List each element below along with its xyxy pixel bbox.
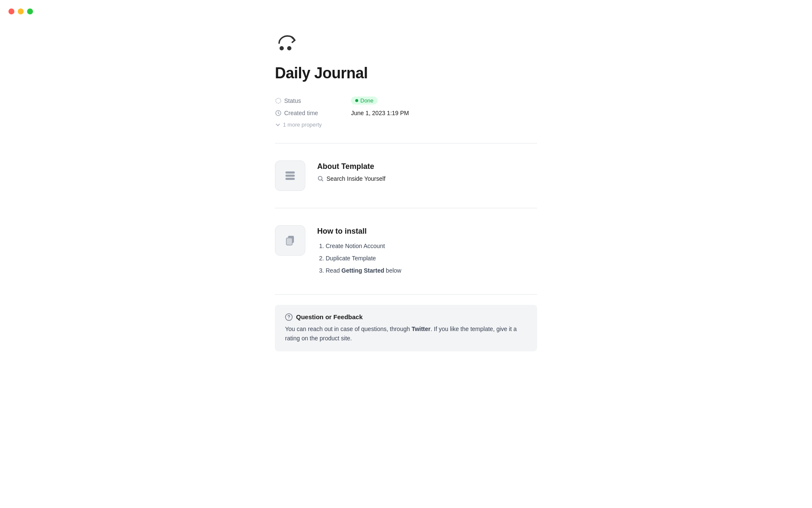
clock-icon — [275, 110, 282, 116]
question-icon — [285, 313, 293, 321]
getting-started-bold: Getting Started — [341, 267, 384, 274]
svg-rect-4 — [285, 171, 295, 174]
svg-point-2 — [276, 98, 281, 103]
created-time-property-row: Created time June 1, 2023 1:19 PM — [275, 107, 537, 119]
page-title: Daily Journal — [275, 64, 537, 82]
twitter-link[interactable]: Twitter — [411, 326, 431, 332]
properties: Status Done Created time June 1, 2023 1:… — [275, 94, 537, 130]
rotate-icon — [275, 34, 537, 56]
how-to-install-content: How to install Create Notion Account Dup… — [317, 225, 537, 277]
traffic-lights — [8, 8, 33, 14]
layers-icon — [283, 168, 298, 183]
status-dot — [355, 99, 358, 102]
copy-icon — [283, 233, 298, 248]
svg-point-1 — [287, 46, 291, 50]
status-label: Status — [275, 97, 351, 104]
chevron-down-icon — [275, 122, 281, 128]
divider-1 — [275, 143, 537, 144]
svg-rect-9 — [286, 238, 292, 245]
divider-3 — [275, 294, 537, 295]
status-badge: Done — [351, 97, 378, 105]
status-property-row: Status Done — [275, 94, 537, 107]
close-button[interactable] — [8, 8, 14, 14]
about-template-icon-box — [275, 160, 305, 191]
svg-point-0 — [280, 46, 284, 50]
maximize-button[interactable] — [27, 8, 33, 14]
how-to-install-icon-box — [275, 225, 305, 256]
minimize-button[interactable] — [18, 8, 24, 14]
how-to-install-title: How to install — [317, 227, 537, 236]
install-step-1: Create Notion Account — [326, 240, 537, 252]
status-value[interactable]: Done — [351, 97, 378, 105]
created-time-label: Created time — [275, 110, 351, 116]
svg-point-11 — [288, 318, 289, 319]
created-time-value: June 1, 2023 1:19 PM — [351, 110, 409, 116]
about-template-content: About Template Search Inside Yourself — [317, 160, 537, 182]
install-step-2: Duplicate Template — [326, 252, 537, 265]
main-content: Daily Journal Status Done — [258, 0, 554, 377]
feedback-text: You can reach out in case of questions, … — [285, 324, 527, 343]
divider-2 — [275, 208, 537, 208]
about-template-title: About Template — [317, 162, 537, 171]
search-icon — [317, 175, 324, 182]
install-steps-list: Create Notion Account Duplicate Template… — [317, 240, 537, 277]
feedback-box: Question or Feedback You can reach out i… — [275, 305, 537, 352]
more-property-toggle[interactable]: 1 more property — [275, 120, 537, 130]
install-step-3: Read Getting Started below — [326, 265, 537, 277]
search-inside-yourself-link[interactable]: Search Inside Yourself — [317, 175, 537, 182]
page-icon — [275, 34, 537, 56]
how-to-install-section: How to install Create Notion Account Dup… — [275, 218, 537, 284]
about-template-section: About Template Search Inside Yourself — [275, 154, 537, 198]
feedback-title: Question or Feedback — [285, 313, 527, 321]
status-icon — [275, 97, 282, 104]
svg-rect-6 — [285, 178, 295, 180]
svg-rect-5 — [285, 175, 295, 177]
